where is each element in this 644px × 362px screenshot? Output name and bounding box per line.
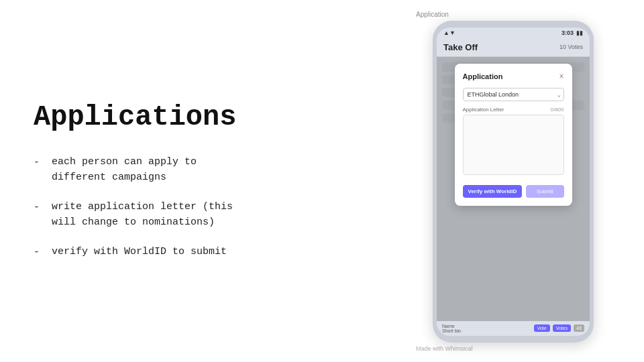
clock: 3:03 — [561, 29, 574, 36]
campaign-select[interactable]: ETHGlobal London — [463, 88, 564, 101]
app-header-title: Take Off — [443, 42, 478, 52]
left-panel: Applications - each person can apply tod… — [0, 0, 389, 362]
user-info: Name Short bio — [442, 324, 461, 333]
list-item: - write application letter (thiswill cha… — [34, 200, 356, 230]
application-modal: Application × ETHGlobal London ⌄ — [455, 64, 572, 206]
bullet-text-1: each person can apply todifferent campai… — [52, 155, 197, 185]
vote-button[interactable]: Vote — [534, 324, 550, 332]
modal-overlay: Application × ETHGlobal London ⌄ — [437, 57, 590, 321]
modal-header: Application × — [463, 72, 564, 81]
letter-textarea[interactable] — [463, 115, 564, 175]
battery-icon: ▮▮ — [576, 29, 583, 36]
letter-header: Application Letter 0/800 — [463, 107, 564, 113]
bullet-text-2: write application letter (thiswill chang… — [52, 200, 233, 230]
verify-worldid-button[interactable]: Verify with WorldID — [463, 185, 523, 198]
vote-count-badge: 43 — [574, 324, 584, 332]
vote-controls: Vote Votes 43 — [534, 324, 584, 332]
page-title: Applications — [34, 101, 356, 133]
modal-title: Application — [463, 72, 503, 80]
phone-mockup: ▲▼ 3:03 ▮▮ Take Off 10 Votes — [433, 21, 594, 343]
bullet-list: - each person can apply todifferent camp… — [34, 155, 356, 261]
user-bio: Short bio — [442, 328, 461, 333]
app-header: Take Off 10 Votes — [437, 38, 590, 57]
submit-button[interactable]: Submit — [526, 185, 564, 198]
modal-close-button[interactable]: × — [559, 72, 564, 81]
list-item: - verify with WorldID to submit — [34, 245, 356, 261]
bottom-bar: Name Short bio Vote Votes 43 — [437, 321, 590, 336]
votes-button[interactable]: Votes — [553, 324, 572, 332]
bullet-text-3: verify with WorldID to submit — [52, 245, 227, 260]
right-panel: Application ▲▼ 3:03 ▮▮ Take Off 10 Votes — [389, 0, 644, 362]
user-name: Name — [442, 324, 461, 328]
whimsical-label: Made with Whimsical — [416, 345, 473, 352]
bullet-dash: - — [34, 245, 40, 261]
letter-label: Application Letter — [463, 107, 504, 113]
modal-footer: Verify with WorldID Submit — [463, 185, 564, 198]
bullet-dash: - — [34, 200, 40, 216]
votes-badge: 10 Votes — [559, 44, 583, 50]
phone-screen: ▲▼ 3:03 ▮▮ Take Off 10 Votes — [437, 27, 590, 336]
status-bar: ▲▼ 3:03 ▮▮ — [437, 27, 590, 38]
letter-count: 0/800 — [550, 107, 564, 113]
status-bar-left: ▲▼ — [443, 29, 559, 36]
app-label: Application — [416, 11, 449, 18]
wifi-icon: ▲▼ — [443, 29, 455, 36]
screen-bg: Application × ETHGlobal London ⌄ — [437, 57, 590, 321]
list-item: - each person can apply todifferent camp… — [34, 155, 356, 185]
campaign-select-wrapper: ETHGlobal London ⌄ — [463, 88, 564, 101]
bullet-dash: - — [34, 156, 40, 171]
